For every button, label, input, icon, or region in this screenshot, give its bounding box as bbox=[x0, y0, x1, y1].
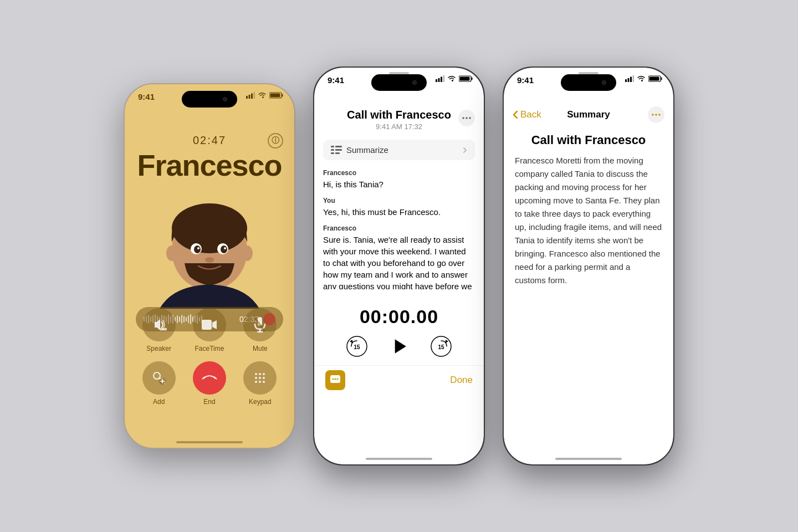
svg-rect-43 bbox=[441, 77, 442, 83]
facetime-button-circle bbox=[193, 308, 226, 341]
status-icons-3 bbox=[625, 75, 662, 82]
phone-2-screen: 9:41 bbox=[314, 68, 484, 464]
svg-text:15: 15 bbox=[438, 344, 444, 350]
voice-memo-icon[interactable] bbox=[325, 370, 345, 390]
summary-call-title: Call with Francesco bbox=[504, 129, 673, 154]
phone-3: 9:41 bbox=[503, 66, 674, 466]
more-options-button[interactable] bbox=[458, 110, 475, 126]
transcript-block-0: Francesco Hi, is this Tania? bbox=[323, 169, 475, 190]
svg-point-33 bbox=[259, 373, 261, 375]
svg-rect-67 bbox=[628, 78, 630, 82]
svg-point-32 bbox=[255, 373, 257, 375]
mute-label: Mute bbox=[253, 345, 268, 352]
svg-point-16 bbox=[197, 247, 200, 249]
keypad-button[interactable]: Keypad bbox=[243, 361, 277, 406]
svg-rect-52 bbox=[335, 146, 342, 147]
back-label: Back bbox=[520, 109, 541, 120]
svg-rect-68 bbox=[630, 77, 632, 83]
chevron-left-icon bbox=[513, 110, 518, 119]
add-button[interactable]: Add bbox=[142, 361, 176, 406]
svg-point-17 bbox=[224, 247, 226, 249]
signal-icon-2 bbox=[436, 75, 444, 82]
signal-icon-1 bbox=[246, 92, 255, 99]
svg-marker-23 bbox=[212, 320, 217, 329]
battery-icon-1 bbox=[269, 92, 283, 99]
svg-rect-2 bbox=[251, 94, 253, 99]
svg-rect-3 bbox=[254, 92, 255, 99]
facetime-label: FaceTime bbox=[195, 345, 224, 352]
summarize-label: Summarize bbox=[346, 145, 458, 155]
svg-point-14 bbox=[194, 245, 201, 253]
nav-title: Summary bbox=[567, 109, 610, 120]
svg-rect-44 bbox=[443, 75, 445, 82]
transcript-block-1: You Yes, hi, this must be Francesco. bbox=[323, 197, 475, 218]
chevron-right-icon bbox=[463, 147, 467, 154]
svg-text:15: 15 bbox=[354, 344, 360, 350]
speaker-button[interactable]: Speaker bbox=[142, 308, 176, 352]
transcript-area: Francesco Hi, is this Tania? You Yes, hi… bbox=[314, 165, 484, 300]
wifi-icon-3 bbox=[637, 75, 646, 82]
facetime-button[interactable]: FaceTime bbox=[193, 308, 226, 352]
add-label: Add bbox=[153, 398, 165, 406]
svg-point-36 bbox=[259, 377, 261, 379]
info-button[interactable]: ⓘ bbox=[268, 133, 283, 149]
svg-point-21 bbox=[164, 328, 167, 331]
svg-rect-54 bbox=[335, 149, 342, 151]
play-button[interactable] bbox=[387, 334, 411, 359]
svg-rect-51 bbox=[331, 146, 334, 147]
call-controls-row2: Add End bbox=[134, 361, 285, 406]
svg-rect-46 bbox=[472, 78, 473, 80]
phone-3-content: Back Summary Call with Francesco Frances… bbox=[504, 101, 673, 464]
rewind-button[interactable]: 15 bbox=[345, 334, 369, 359]
svg-point-48 bbox=[462, 117, 464, 119]
chat-bubble-icon bbox=[329, 374, 341, 386]
svg-rect-69 bbox=[633, 75, 635, 82]
transcript-text-0: Hi, is this Tania? bbox=[323, 178, 475, 190]
phone-1: 9:41 bbox=[124, 83, 295, 449]
wifi-icon-1 bbox=[258, 92, 267, 99]
play-icon bbox=[387, 333, 411, 360]
end-call-button[interactable]: End bbox=[193, 361, 226, 406]
list-icon bbox=[331, 146, 342, 155]
phone-2-content: Call with Francesco 9:41 AM 17:32 bbox=[314, 101, 484, 464]
home-bar-2 bbox=[366, 458, 432, 460]
svg-point-15 bbox=[221, 245, 227, 253]
signal-icon-3 bbox=[625, 75, 634, 82]
phones-container: 9:41 bbox=[124, 66, 674, 466]
summary-body-text: Francesco Moretti from the moving compan… bbox=[504, 154, 673, 287]
svg-rect-41 bbox=[436, 79, 437, 82]
svg-rect-53 bbox=[331, 149, 334, 151]
svg-point-49 bbox=[466, 117, 468, 119]
svg-rect-72 bbox=[649, 77, 659, 81]
ellipsis-icon-3 bbox=[652, 114, 661, 116]
svg-marker-59 bbox=[395, 339, 406, 354]
home-bar-1 bbox=[176, 441, 243, 443]
forward-button[interactable]: 15 bbox=[429, 334, 453, 359]
summary-more-button[interactable] bbox=[648, 106, 664, 123]
mute-button[interactable]: Mute bbox=[243, 308, 277, 352]
call-controls-row1: Speaker FaceTime bbox=[134, 308, 285, 352]
forward-icon: 15 bbox=[430, 335, 452, 357]
call-subtitle: 9:41 AM 17:32 bbox=[325, 122, 473, 131]
phone-1-screen: 9:41 bbox=[125, 84, 294, 448]
call-title: Call with Francesco bbox=[325, 109, 473, 121]
camera-dot-3 bbox=[602, 80, 606, 85]
transcript-text-1: Yes, hi, this must be Francesco. bbox=[323, 206, 475, 218]
svg-rect-55 bbox=[331, 152, 334, 154]
done-button[interactable]: Done bbox=[450, 375, 473, 386]
svg-rect-1 bbox=[249, 95, 250, 99]
phone-2-header: Call with Francesco 9:41 AM 17:32 bbox=[314, 101, 484, 135]
playback-controls: 15 15 bbox=[314, 332, 484, 365]
end-call-circle bbox=[193, 361, 226, 395]
svg-point-38 bbox=[255, 381, 257, 383]
svg-rect-5 bbox=[282, 94, 283, 97]
speaker-button-circle bbox=[142, 308, 176, 341]
svg-rect-6 bbox=[270, 94, 280, 98]
svg-point-34 bbox=[263, 373, 265, 375]
svg-point-11 bbox=[242, 245, 253, 261]
phone-2-footer: Done bbox=[314, 365, 484, 390]
back-button[interactable]: Back bbox=[513, 109, 541, 120]
svg-rect-0 bbox=[246, 96, 248, 99]
transcript-text-2: Sure is. Tania, we're all ready to assis… bbox=[323, 234, 475, 289]
summarize-button[interactable]: Summarize bbox=[323, 140, 475, 160]
